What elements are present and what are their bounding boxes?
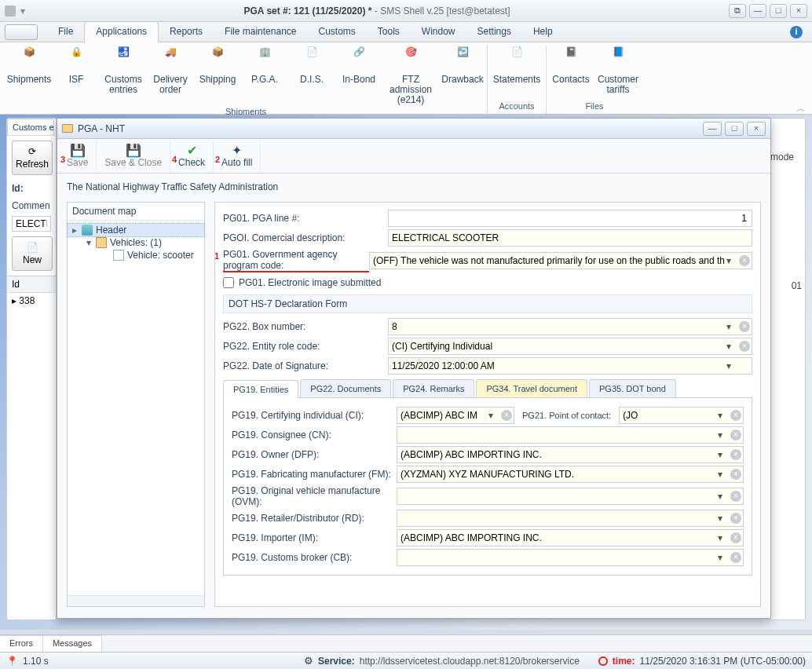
chevron-down-icon[interactable]: ▾ <box>718 532 729 543</box>
rd-select[interactable]: ▾× <box>397 510 744 527</box>
menu-file[interactable]: File <box>47 22 84 42</box>
clear-icon[interactable]: × <box>730 491 741 502</box>
tree-vehicles[interactable]: ▾Vehicles: (1) <box>68 236 204 249</box>
tree-scrollbar[interactable] <box>68 595 204 606</box>
ci-select[interactable]: (ABCIMP) ABC IM▾× <box>397 407 514 424</box>
clear-icon[interactable]: × <box>730 430 741 441</box>
pg01-image-checkbox[interactable] <box>223 277 234 288</box>
clear-icon[interactable]: × <box>730 552 741 563</box>
color-palette-button[interactable] <box>5 24 38 40</box>
tab-entities[interactable]: PG19. Entities <box>223 380 298 398</box>
tree-vehicle-scooter[interactable]: Vehicle: scooter <box>68 249 204 261</box>
menu-customs[interactable]: Customs <box>307 22 366 42</box>
clear-icon[interactable]: × <box>730 513 741 524</box>
ribbon-in-bond[interactable]: 🔗In-Bond <box>339 46 379 105</box>
clear-icon[interactable]: × <box>730 469 741 480</box>
fm-select[interactable]: (XYZMAN) XYZ MANUFACTURING LTD.▾× <box>397 466 744 483</box>
cb-select[interactable]: ▾× <box>397 549 744 566</box>
menu-applications[interactable]: Applications <box>84 21 159 42</box>
tree-header[interactable]: ▸Header <box>68 224 204 236</box>
cn-select[interactable]: ▾× <box>397 426 744 444</box>
comment-input[interactable] <box>12 216 51 232</box>
statusbar: 📍 1.10 s ⚙ Service: http://ldsservicetes… <box>0 652 812 669</box>
tab-remarks[interactable]: PG24. Remarks <box>393 379 474 397</box>
ribbon-dis[interactable]: 📄D.I.S. <box>292 46 331 105</box>
tab-documents[interactable]: PG22. Documents <box>300 379 391 397</box>
check-button[interactable]: ✔Check4 <box>170 141 214 171</box>
clear-icon[interactable]: × <box>730 410 741 421</box>
pg01-line-input[interactable] <box>388 210 752 227</box>
ribbon-customer-tariffs[interactable]: 📘Customer tariffs <box>598 46 638 100</box>
clear-icon[interactable]: × <box>730 449 741 460</box>
callout-3: 3 <box>60 155 65 164</box>
close-button[interactable]: × <box>790 4 807 18</box>
tree: ▸Header ▾Vehicles: (1) Vehicle: scooter <box>68 221 204 265</box>
menu-file-maintenance[interactable]: File maintenance <box>214 22 307 42</box>
ribbon-shipments[interactable]: 📦Shipments <box>9 46 49 105</box>
bg-grid-row[interactable]: ▸ 338 <box>7 293 56 309</box>
save-close-button[interactable]: 💾Save & Close <box>97 141 170 171</box>
tab-errors[interactable]: Errors <box>0 635 43 652</box>
chevron-down-icon[interactable]: ▾ <box>718 491 729 502</box>
minimize-button[interactable]: — <box>749 4 766 18</box>
bg-tab[interactable]: Customs e <box>7 119 54 136</box>
system-menu-icon[interactable] <box>5 5 16 16</box>
pga-minimize-button[interactable]: — <box>703 122 722 136</box>
poc-select[interactable]: (JO▾× <box>619 407 744 424</box>
ribbon-delivery-order[interactable]: 🚚Delivery order <box>151 46 190 105</box>
refresh-button[interactable]: ⟳Refresh <box>12 141 53 175</box>
dfp-select[interactable]: (ABCIMP) ABC IMPORTING INC.▾× <box>397 446 744 463</box>
menu-tools[interactable]: Tools <box>367 22 411 42</box>
ribbon-statements[interactable]: 📄Statements <box>492 46 541 100</box>
ribbon-ftz-admission[interactable]: 🎯FTZ admission (e214) <box>386 46 435 105</box>
tab-dot-bond[interactable]: PG35. DOT bond <box>589 379 676 397</box>
pgoi-desc-input[interactable] <box>388 229 752 247</box>
chevron-down-icon[interactable]: ▾ <box>726 321 737 332</box>
ribbon-pga[interactable]: 🏢P.G.A. <box>245 46 284 105</box>
chevron-down-icon[interactable]: ▾ <box>726 341 737 352</box>
save-button[interactable]: 💾Save3 <box>59 141 97 171</box>
autofill-button[interactable]: ✦Auto fill2 <box>214 141 261 171</box>
ribbon-shipping[interactable]: 📦Shipping <box>198 46 237 105</box>
pg22-date-select[interactable]: 11/25/2020 12:00:00 AM▾ <box>388 357 752 375</box>
chevron-down-icon[interactable]: ▾ <box>718 410 729 421</box>
pga-titlebar[interactable]: PGA - NHT — □ × <box>57 119 770 139</box>
menu-settings[interactable]: Settings <box>466 22 522 42</box>
menu-reports[interactable]: Reports <box>159 22 214 42</box>
menu-window[interactable]: Window <box>411 22 466 42</box>
new-button[interactable]: 📄New <box>12 236 53 271</box>
info-icon[interactable]: i <box>790 26 803 38</box>
pg01-code-select[interactable]: (OFF) The vehicle was not manufactured p… <box>369 252 752 269</box>
clear-icon[interactable]: × <box>739 341 750 352</box>
ribbon-customs-entries[interactable]: 🛃Customs entries <box>104 46 143 105</box>
ribbon-collapse-icon[interactable]: ︿ <box>796 102 806 115</box>
clear-icon[interactable]: × <box>501 410 512 421</box>
chevron-down-icon[interactable]: ▾ <box>718 552 729 563</box>
chevron-down-icon[interactable]: ▾ <box>726 360 737 371</box>
clear-icon[interactable]: × <box>739 255 750 266</box>
chevron-down-icon[interactable]: ▾ <box>726 255 737 266</box>
maximize-button[interactable]: □ <box>770 4 787 18</box>
ovm-select[interactable]: ▾× <box>397 488 744 505</box>
chevron-down-icon[interactable]: ▾ <box>718 449 729 460</box>
pg22-role-select[interactable]: (CI) Certifying Individual▾× <box>388 338 752 355</box>
pga-maximize-button[interactable]: □ <box>725 122 744 136</box>
chevron-down-icon[interactable]: ▾ <box>718 430 729 441</box>
clear-icon[interactable]: × <box>739 321 750 332</box>
service-url[interactable]: http://ldsservicetest.cloudapp.net:8120/… <box>360 656 580 667</box>
chevron-down-icon[interactable]: ▾ <box>488 410 499 421</box>
menu-help[interactable]: Help <box>522 22 564 42</box>
pga-close-button[interactable]: × <box>747 122 766 136</box>
clear-icon[interactable]: × <box>730 532 741 543</box>
ribbon-drawback[interactable]: ↩️Drawback <box>443 46 482 105</box>
chevron-down-icon[interactable]: ▾ <box>718 469 729 480</box>
ribbon-isf[interactable]: 🔒ISF <box>57 46 96 105</box>
chevron-down-icon[interactable]: ▾ <box>718 513 729 524</box>
im-select[interactable]: (ABCIMP) ABC IMPORTING INC.▾× <box>397 529 744 547</box>
pg22-box-select[interactable]: 8▾× <box>388 318 752 335</box>
tab-travel-document[interactable]: PG34. Travel document <box>476 379 587 397</box>
restore-down-extra-icon[interactable]: ⧉ <box>729 4 746 18</box>
customs-icon: 🛃 <box>111 47 136 72</box>
ribbon-contacts[interactable]: 📓Contacts <box>551 46 591 100</box>
tab-messages[interactable]: Messages <box>43 635 102 652</box>
